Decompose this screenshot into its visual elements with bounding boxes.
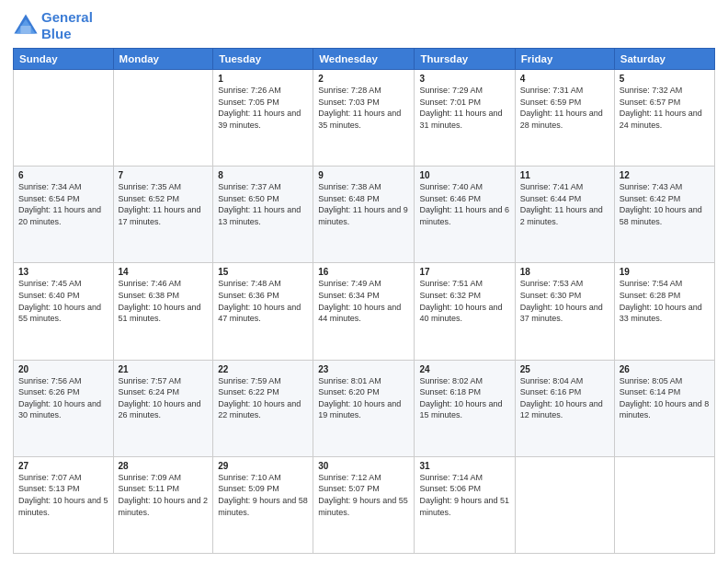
sunset-text: Sunset: 6:42 PM (620, 193, 710, 205)
daylight-text: Daylight: 10 hours and 15 minutes. (419, 398, 509, 421)
sunrise-text: Sunrise: 8:04 AM (520, 375, 609, 387)
calendar-day-cell (14, 70, 114, 167)
sunset-text: Sunset: 5:11 PM (119, 483, 209, 495)
sunrise-text: Sunrise: 7:35 AM (119, 181, 209, 193)
day-info: Sunrise: 7:56 AM Sunset: 6:26 PM Dayligh… (18, 375, 108, 421)
calendar-day-cell: 31 Sunrise: 7:14 AM Sunset: 5:06 PM Dayl… (415, 456, 515, 553)
calendar-day-cell: 23 Sunrise: 8:01 AM Sunset: 6:20 PM Dayl… (313, 360, 415, 456)
header-friday: Friday (515, 49, 614, 70)
sunset-text: Sunset: 7:01 PM (419, 97, 509, 109)
day-info: Sunrise: 7:28 AM Sunset: 7:03 PM Dayligh… (318, 85, 409, 131)
day-number: 26 (620, 364, 710, 374)
calendar-day-cell: 10 Sunrise: 7:40 AM Sunset: 6:46 PM Dayl… (415, 167, 515, 263)
day-info: Sunrise: 7:32 AM Sunset: 6:57 PM Dayligh… (620, 85, 710, 131)
calendar-day-cell: 24 Sunrise: 8:02 AM Sunset: 6:18 PM Dayl… (415, 360, 515, 456)
day-number: 7 (119, 170, 209, 180)
calendar-day-cell: 25 Sunrise: 8:04 AM Sunset: 6:16 PM Dayl… (515, 360, 614, 456)
sunrise-text: Sunrise: 7:43 AM (620, 181, 710, 193)
sunrise-text: Sunrise: 7:45 AM (18, 278, 108, 290)
day-info: Sunrise: 7:10 AM Sunset: 5:09 PM Dayligh… (218, 472, 308, 518)
logo-icon (13, 13, 39, 39)
calendar-day-cell: 17 Sunrise: 7:51 AM Sunset: 6:32 PM Dayl… (415, 263, 515, 360)
sunrise-text: Sunrise: 7:09 AM (119, 472, 209, 484)
sunrise-text: Sunrise: 7:57 AM (119, 375, 209, 387)
calendar-day-cell: 7 Sunrise: 7:35 AM Sunset: 6:52 PM Dayli… (113, 167, 213, 263)
calendar-day-cell (515, 456, 614, 553)
calendar-day-cell: 29 Sunrise: 7:10 AM Sunset: 5:09 PM Dayl… (213, 456, 313, 553)
calendar-day-cell: 20 Sunrise: 7:56 AM Sunset: 6:26 PM Dayl… (14, 360, 114, 456)
calendar-day-cell: 14 Sunrise: 7:46 AM Sunset: 6:38 PM Dayl… (113, 263, 213, 360)
sunset-text: Sunset: 7:03 PM (318, 97, 409, 109)
calendar-day-cell: 22 Sunrise: 7:59 AM Sunset: 6:22 PM Dayl… (213, 360, 313, 456)
sunrise-text: Sunrise: 7:53 AM (520, 278, 609, 290)
day-number: 19 (620, 267, 710, 277)
sunrise-text: Sunrise: 7:40 AM (419, 181, 509, 193)
sunrise-text: Sunrise: 7:48 AM (218, 278, 308, 290)
day-number: 21 (119, 364, 209, 374)
calendar-day-cell: 9 Sunrise: 7:38 AM Sunset: 6:48 PM Dayli… (313, 167, 415, 263)
day-info: Sunrise: 7:41 AM Sunset: 6:44 PM Dayligh… (520, 181, 609, 227)
daylight-text: Daylight: 11 hours and 39 minutes. (218, 108, 308, 131)
header-wednesday: Wednesday (313, 49, 415, 70)
daylight-text: Daylight: 10 hours and 26 minutes. (119, 398, 209, 421)
day-number: 5 (620, 74, 710, 84)
calendar-week-row: 1 Sunrise: 7:26 AM Sunset: 7:05 PM Dayli… (14, 70, 715, 167)
day-info: Sunrise: 8:02 AM Sunset: 6:18 PM Dayligh… (419, 375, 509, 421)
day-number: 22 (218, 364, 308, 374)
day-number: 11 (520, 170, 609, 180)
sunset-text: Sunset: 6:24 PM (119, 386, 209, 398)
sunrise-text: Sunrise: 8:02 AM (419, 375, 509, 387)
sunrise-text: Sunrise: 7:54 AM (620, 278, 710, 290)
header-thursday: Thursday (415, 49, 515, 70)
sunset-text: Sunset: 6:40 PM (18, 290, 108, 302)
daylight-text: Daylight: 10 hours and 37 minutes. (520, 302, 609, 325)
day-number: 9 (318, 170, 409, 180)
daylight-text: Daylight: 9 hours and 58 minutes. (218, 495, 308, 518)
day-info: Sunrise: 7:45 AM Sunset: 6:40 PM Dayligh… (18, 278, 108, 324)
calendar-day-cell: 13 Sunrise: 7:45 AM Sunset: 6:40 PM Dayl… (14, 263, 114, 360)
sunset-text: Sunset: 6:38 PM (119, 290, 209, 302)
weekday-header-row: Sunday Monday Tuesday Wednesday Thursday… (14, 49, 715, 70)
daylight-text: Daylight: 10 hours and 44 minutes. (318, 302, 409, 325)
calendar-day-cell: 1 Sunrise: 7:26 AM Sunset: 7:05 PM Dayli… (213, 70, 313, 167)
daylight-text: Daylight: 11 hours and 9 minutes. (318, 204, 409, 227)
daylight-text: Daylight: 10 hours and 22 minutes. (218, 398, 308, 421)
day-number: 18 (520, 267, 609, 277)
sunset-text: Sunset: 6:20 PM (318, 386, 409, 398)
page: General Blue Sunday Monday Tuesday Wedne… (0, 0, 728, 563)
day-number: 16 (318, 267, 409, 277)
daylight-text: Daylight: 9 hours and 51 minutes. (419, 495, 509, 518)
sunset-text: Sunset: 6:57 PM (620, 97, 710, 109)
calendar-day-cell: 19 Sunrise: 7:54 AM Sunset: 6:28 PM Dayl… (614, 263, 714, 360)
sunset-text: Sunset: 6:34 PM (318, 290, 409, 302)
daylight-text: Daylight: 11 hours and 35 minutes. (318, 108, 409, 131)
day-info: Sunrise: 7:07 AM Sunset: 5:13 PM Dayligh… (18, 472, 108, 518)
calendar-day-cell: 12 Sunrise: 7:43 AM Sunset: 6:42 PM Dayl… (614, 167, 714, 263)
calendar-day-cell: 30 Sunrise: 7:12 AM Sunset: 5:07 PM Dayl… (313, 456, 415, 553)
calendar-day-cell: 8 Sunrise: 7:37 AM Sunset: 6:50 PM Dayli… (213, 167, 313, 263)
calendar-day-cell: 27 Sunrise: 7:07 AM Sunset: 5:13 PM Dayl… (14, 456, 114, 553)
sunset-text: Sunset: 6:59 PM (520, 97, 609, 109)
day-number: 4 (520, 74, 609, 84)
day-number: 29 (218, 461, 308, 471)
day-number: 3 (419, 74, 509, 84)
day-info: Sunrise: 7:46 AM Sunset: 6:38 PM Dayligh… (119, 278, 209, 324)
calendar-day-cell: 3 Sunrise: 7:29 AM Sunset: 7:01 PM Dayli… (415, 70, 515, 167)
daylight-text: Daylight: 10 hours and 12 minutes. (520, 398, 609, 421)
day-info: Sunrise: 7:38 AM Sunset: 6:48 PM Dayligh… (318, 181, 409, 227)
day-number: 27 (18, 461, 108, 471)
calendar-day-cell: 11 Sunrise: 7:41 AM Sunset: 6:44 PM Dayl… (515, 167, 614, 263)
day-info: Sunrise: 7:51 AM Sunset: 6:32 PM Dayligh… (419, 278, 509, 324)
day-number: 10 (419, 170, 509, 180)
daylight-text: Daylight: 10 hours and 2 minutes. (119, 495, 209, 518)
day-info: Sunrise: 7:40 AM Sunset: 6:46 PM Dayligh… (419, 181, 509, 227)
day-info: Sunrise: 7:48 AM Sunset: 6:36 PM Dayligh… (218, 278, 308, 324)
day-info: Sunrise: 7:57 AM Sunset: 6:24 PM Dayligh… (119, 375, 209, 421)
sunset-text: Sunset: 5:13 PM (18, 483, 108, 495)
daylight-text: Daylight: 11 hours and 24 minutes. (620, 108, 710, 131)
sunrise-text: Sunrise: 7:38 AM (318, 181, 409, 193)
day-info: Sunrise: 7:35 AM Sunset: 6:52 PM Dayligh… (119, 181, 209, 227)
day-number: 30 (318, 461, 409, 471)
daylight-text: Daylight: 10 hours and 55 minutes. (18, 302, 108, 325)
daylight-text: Daylight: 11 hours and 6 minutes. (419, 204, 509, 227)
